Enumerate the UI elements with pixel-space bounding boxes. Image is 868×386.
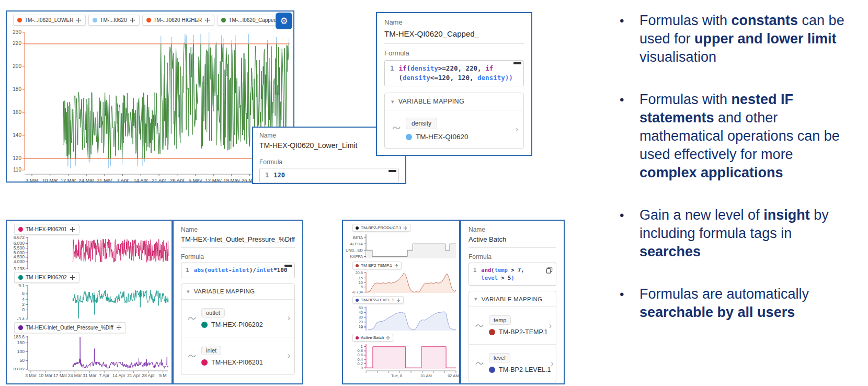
svg-text:10: 10 (359, 280, 363, 285)
variable-chip: density (406, 118, 437, 129)
x-axis: Tue, 801 AM02 AM (343, 370, 459, 380)
formula-label: Formula (259, 158, 399, 166)
subplot-svg[interactable]: 50403020109 (343, 304, 459, 332)
subplot-svg[interactable]: 6.6726.0005.5005.0004.5004.0003.238 (7, 235, 172, 270)
legend-pill[interactable]: TM-...I0620 HIGHER (142, 15, 215, 26)
legend-pill[interactable]: TM-HEX-Inlet_Outlet_Pressure_%Diff (14, 322, 126, 333)
legend-label: TM-HEX-Inlet_Outlet_Pressure_%Diff (26, 325, 113, 331)
x-axis: 3 Mar10 Mar17 Mar24 Mar31 Mar7 Apr14 Apr… (7, 370, 172, 380)
legend-pill[interactable]: TM-BP2-PRODUCT.1 (352, 224, 410, 232)
chart-settings-button[interactable]: ⚙ (276, 13, 292, 29)
legend-label: TM-...I0620_Capped (229, 17, 277, 23)
mapping-row[interactable]: inlet TM-HEX-PI06201 › (181, 337, 294, 374)
variable-mapping-header[interactable]: ▾ VARIABLE MAPPING (469, 291, 556, 307)
legend-pill[interactable]: TM-HEX-PI06202 (14, 272, 79, 283)
formula-label: Formula (469, 253, 556, 260)
list-item: • Formulas are automatically searchable … (620, 285, 850, 322)
plot-area[interactable]: TM-BP2-PRODUCT.1BETAALPHAUND...EDKAPPATM… (343, 221, 459, 383)
svg-text:19 May: 19 May (223, 177, 239, 181)
svg-text:28 Apr: 28 Apr (170, 177, 184, 181)
subplot-svg[interactable]: 20.615105-0.734 (343, 270, 459, 294)
slide: TM-...I0620_LOWERTM-...I0620TM-...I0620 … (0, 0, 868, 386)
formula-editor[interactable]: 1 120 (259, 168, 399, 183)
list-item: • Formulas with constants can be used fo… (620, 12, 850, 66)
svg-text:3 Mar: 3 Mar (26, 177, 38, 181)
copy-icon[interactable] (546, 267, 553, 274)
formula-editor[interactable]: 1 abs(outlet-inlet)/inlet*100 (181, 263, 295, 278)
collapse-triangle-icon: ▾ (391, 98, 394, 105)
divider (469, 247, 556, 248)
move-icon (403, 226, 407, 230)
plot-area[interactable]: TM-HEX-PI062016.6726.0005.5005.0004.5004… (7, 221, 172, 383)
divider (384, 43, 524, 44)
legend-pill[interactable]: TM-...I0620_LOWER (13, 15, 86, 26)
subplot-svg[interactable]: 183.6150100500.002 (7, 334, 172, 370)
chevron-right-icon[interactable]: › (549, 321, 552, 331)
legend-label: Active Batch (361, 335, 384, 340)
formula-details-panel-active-batch: Name Active Batch Formula 1 and(temp > 7… (460, 220, 565, 384)
svg-text:30: 30 (359, 315, 363, 320)
chevron-right-icon[interactable]: › (288, 351, 290, 360)
svg-text:31 Mar: 31 Mar (83, 373, 97, 378)
svg-text:5 M: 5 M (159, 373, 166, 378)
series-color-dot (146, 18, 151, 22)
mapping-row[interactable]: temp TM-BP2-TEMP.1 › (469, 307, 556, 344)
svg-text:4.000: 4.000 (14, 259, 25, 264)
svg-text:50: 50 (20, 358, 25, 363)
scrollbar-thumb[interactable] (284, 265, 292, 267)
formula-editor[interactable]: 1 if(density>=220, 220, if (density<=120… (384, 60, 524, 86)
chevron-right-icon[interactable]: › (288, 313, 290, 323)
variable-chip: temp (489, 315, 511, 325)
mapping-row[interactable]: density TM-HEX-QI0620 › (385, 110, 523, 148)
formula-label: Formula (384, 49, 524, 57)
chart-legend: TM-...I0620_LOWERTM-...I0620TM-...I0620 … (13, 15, 289, 26)
plot-svg[interactable]: 2302202001801601401201103 Mar10 Mar17 Ma… (7, 12, 293, 181)
legend-label: TM-BP2-LEVEL.1 (361, 298, 394, 302)
svg-text:01 AM: 01 AM (421, 373, 432, 378)
svg-text:21 Apr: 21 Apr (127, 373, 140, 378)
mapping-row[interactable]: outlet TM-HEX-PI06202 › (181, 300, 294, 337)
trend-line-icon (188, 315, 196, 321)
legend-pill[interactable]: TM-...I0620 (88, 15, 139, 26)
variable-mapping-header[interactable]: ▾ VARIABLE MAPPING (181, 284, 294, 300)
scrollbar-thumb[interactable] (389, 170, 396, 172)
subplot-svg[interactable]: 9.16420-3.4 (7, 283, 172, 320)
legend-pill[interactable]: TM-BP2-LEVEL.1 (352, 296, 404, 304)
series-color-dot (18, 275, 23, 280)
formula-details-panel-capped: Name TM-HEX-QI0620_Capped_ Formula 1 if(… (376, 12, 532, 156)
legend-pill[interactable]: TM-HEX-PI06201 (14, 224, 79, 235)
variable-mapping-header[interactable]: ▾ VARIABLE MAPPING (385, 93, 523, 110)
scrollbar-thumb[interactable] (513, 62, 521, 64)
svg-text:180: 180 (13, 86, 21, 92)
tag-name: TM-HEX-QI0620 (416, 133, 469, 141)
bullet-icon: • (620, 12, 639, 66)
subplot-legend: TM-BP2-LEVEL.1 (343, 296, 459, 304)
subplot-svg[interactable]: BETAALPHAUND...EDKAPPA (343, 232, 459, 259)
subplot-svg[interactable]: 10.80.60.40.20 (343, 342, 459, 370)
collapse-triangle-icon: ▾ (187, 288, 190, 295)
line-number: 1 (390, 64, 394, 83)
tag-name: TM-BP2-LEVEL.1 (499, 366, 551, 373)
trend-line-icon (475, 323, 484, 328)
key-points-list: • Formulas with constants can be used fo… (620, 12, 850, 346)
chevron-right-icon[interactable]: › (516, 124, 518, 134)
bullet-icon: • (620, 285, 639, 322)
svg-text:6.672: 6.672 (14, 235, 25, 240)
svg-text:183.6: 183.6 (14, 334, 25, 339)
variable-mapping-title: VARIABLE MAPPING (194, 288, 255, 294)
series-color-dot (356, 264, 359, 267)
chevron-right-icon[interactable]: › (551, 359, 553, 368)
svg-text:14 Apr: 14 Apr (112, 373, 125, 378)
name-label: Name (469, 226, 556, 233)
formula-editor[interactable]: 1 and(temp > 7, level > 5) (469, 263, 556, 286)
subplot-legend: Active Batch (343, 334, 459, 342)
mapping-row[interactable]: level TM-BP2-LEVEL.1 › (469, 344, 556, 382)
legend-pill[interactable]: TM-BP2-TEMP.1 (352, 262, 402, 269)
plot-area[interactable]: 2302202001801601401201103 Mar10 Mar17 Ma… (7, 12, 293, 181)
svg-text:10 Mar: 10 Mar (42, 177, 58, 181)
move-icon (130, 17, 135, 23)
bullet-text: Gain a new level of insight by including… (639, 206, 850, 261)
tag-color-dot (201, 322, 208, 328)
legend-pill[interactable]: Active Batch (352, 334, 393, 342)
svg-text:200: 200 (13, 63, 21, 69)
